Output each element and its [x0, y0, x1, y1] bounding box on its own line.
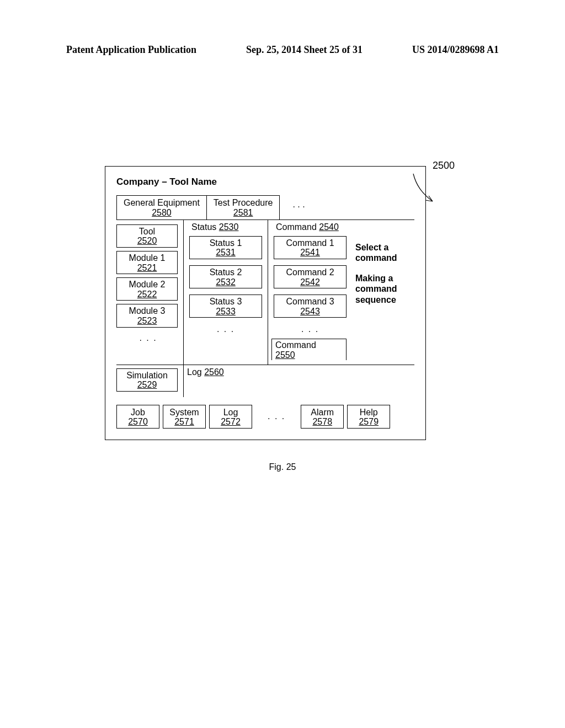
sidebar-item-simulation[interactable]: Simulation 2529: [116, 368, 178, 392]
item-label: Simulation: [118, 371, 176, 381]
tab-ref: 2581: [214, 208, 273, 218]
status-1[interactable]: Status 1 2531: [189, 236, 262, 259]
figure-ref-number: 2500: [433, 160, 455, 172]
page-header: Patent Application Publication Sep. 25, …: [66, 44, 499, 56]
tab-ref: 2580: [124, 208, 200, 218]
left-more: . . .: [116, 331, 180, 345]
status-header-ref: 2530: [219, 222, 239, 232]
status-more: . . .: [187, 322, 264, 336]
figure-caption: Fig. 25: [66, 462, 499, 472]
command-more: . . .: [271, 322, 349, 336]
btn-label: Job: [121, 408, 154, 417]
command-3[interactable]: Command 3 2543: [274, 295, 347, 318]
sidebar-item-module-2[interactable]: Module 2 2522: [116, 277, 178, 301]
tab-test-procedure[interactable]: Test Procedure 2581: [206, 195, 280, 220]
btn-system[interactable]: System 2571: [163, 405, 206, 429]
command-panel-header: Command 2550: [271, 339, 347, 360]
item-ref: 2521: [118, 263, 176, 273]
btn-ref: 2570: [121, 417, 154, 427]
tab-label: Test Procedure: [214, 198, 273, 208]
status-header: Status 2530: [191, 220, 264, 234]
header-right: US 2014/0289698 A1: [412, 44, 499, 56]
sidebar-item-tool[interactable]: Tool 2520: [116, 224, 178, 248]
command-header: Command 2540: [276, 220, 349, 234]
btn-label: System: [168, 408, 201, 417]
item-label: Status 3: [191, 297, 260, 307]
item-ref: 2532: [191, 277, 260, 287]
content-grid: Tool 2520 Module 1 2521 Module 2 2522: [116, 220, 414, 365]
command-last-ref: 2550: [275, 350, 295, 360]
btn-job[interactable]: Job 2570: [116, 405, 159, 429]
tabs-more: . . .: [279, 195, 318, 210]
sidebar-item-module-1[interactable]: Module 1 2521: [116, 251, 178, 274]
item-label: Command 1: [275, 238, 345, 248]
command-column: Command 2540 Command 1 2541 Command 2 25…: [268, 220, 352, 365]
btn-label: Help: [352, 408, 385, 417]
ui-panel: Company – Tool Name General Equipment 25…: [105, 166, 426, 440]
status-3[interactable]: Status 3 2533: [189, 295, 262, 318]
item-ref: 2541: [275, 248, 345, 258]
bottom-buttons: Job 2570 System 2571 Log 2572 . . . Al: [116, 405, 414, 429]
item-label: Module 1: [118, 253, 176, 263]
item-label: Tool: [118, 227, 176, 237]
item-label: Command 3: [275, 297, 345, 307]
item-label: Command 2: [275, 267, 345, 277]
command-header-label: Command: [276, 222, 317, 232]
status-column: Status 2530 Status 1 2531 Status 2 2532: [184, 220, 268, 365]
left-column: Tool 2520 Module 1 2521 Module 2 2522: [116, 220, 184, 365]
btn-ref: 2579: [352, 417, 385, 427]
panel-title: Company – Tool Name: [116, 176, 414, 188]
bottom-more: . . .: [255, 411, 297, 421]
item-ref: 2543: [275, 307, 345, 317]
btn-ref: 2578: [306, 417, 339, 427]
hint-select-command: Select a command: [355, 242, 414, 263]
btn-label: Log: [214, 408, 247, 417]
item-ref: 2522: [118, 290, 176, 299]
status-header-label: Status: [191, 222, 216, 232]
hints-column: Select a command Making a command sequen…: [352, 220, 414, 365]
item-ref: 2533: [191, 307, 260, 317]
item-ref: 2523: [118, 316, 176, 326]
log-row: Simulation 2529 Log 2560: [116, 365, 414, 397]
item-ref: 2542: [275, 277, 345, 287]
item-label: Module 3: [118, 306, 176, 316]
log-header-label: Log: [187, 367, 202, 377]
item-label: Module 2: [118, 280, 176, 290]
btn-label: Alarm: [306, 408, 339, 417]
btn-ref: 2571: [168, 417, 201, 427]
hint-making-sequence: Making a command sequence: [355, 273, 414, 305]
command-last-label: Command: [275, 340, 316, 350]
sidebar-item-module-3[interactable]: Module 3 2523: [116, 304, 178, 327]
item-label: Status 2: [191, 267, 260, 277]
tab-general-equipment[interactable]: General Equipment 2580: [116, 195, 207, 220]
log-header-ref: 2560: [204, 367, 224, 377]
btn-help[interactable]: Help 2579: [347, 405, 390, 429]
btn-alarm[interactable]: Alarm 2578: [301, 405, 344, 429]
item-label: Status 1: [191, 238, 260, 248]
item-ref: 2529: [118, 380, 176, 390]
status-2[interactable]: Status 2 2532: [189, 265, 262, 288]
tabs-row: General Equipment 2580 Test Procedure 25…: [116, 195, 414, 220]
log-left: Simulation 2529: [116, 365, 184, 397]
header-center: Sep. 25, 2014 Sheet 25 of 31: [246, 44, 363, 56]
command-header-ref: 2540: [319, 222, 339, 232]
btn-ref: 2572: [214, 417, 247, 427]
header-left: Patent Application Publication: [66, 44, 196, 56]
item-ref: 2531: [191, 248, 260, 258]
command-1[interactable]: Command 1 2541: [274, 236, 347, 259]
item-ref: 2520: [118, 236, 176, 246]
tab-label: General Equipment: [124, 198, 200, 208]
btn-log[interactable]: Log 2572: [209, 405, 252, 429]
log-header: Log 2560: [184, 365, 224, 397]
leader-arrow-icon: [408, 171, 441, 210]
command-2[interactable]: Command 2 2542: [274, 265, 347, 288]
